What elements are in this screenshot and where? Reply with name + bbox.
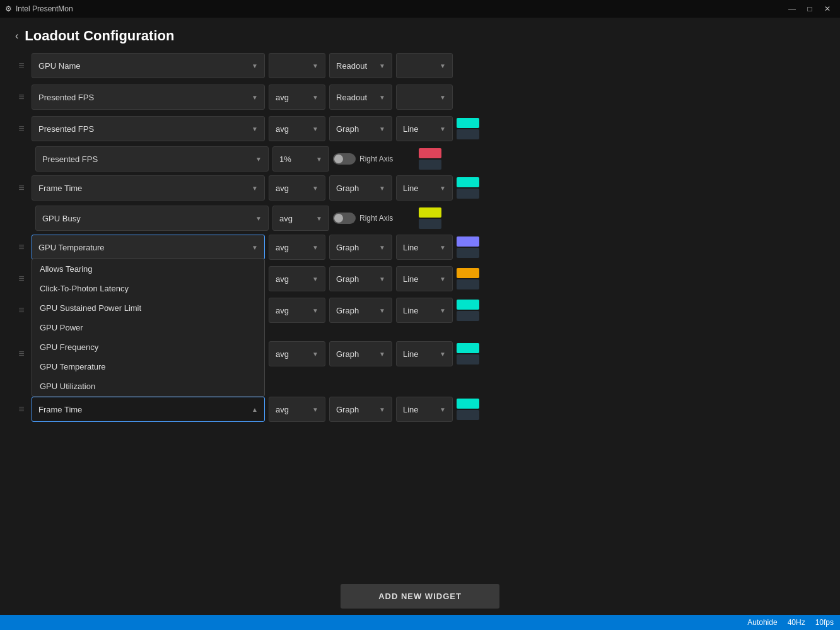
chevron-down-icon: ▼ [379, 276, 385, 283]
sub-metric-select-4[interactable]: GPU Busy ▼ [35, 206, 269, 231]
color-swatch-9-bottom[interactable] [457, 410, 479, 420]
style-select-8[interactable]: Line ▼ [396, 341, 453, 366]
add-widget-button[interactable]: ADD NEW WIDGET [341, 584, 499, 609]
close-button[interactable]: ✕ [820, 3, 835, 15]
right-axis-area-4: Right Axis [333, 213, 415, 224]
color-swatch-4-bottom[interactable] [457, 189, 479, 199]
stat-select-1[interactable]: ▼ [269, 53, 325, 78]
widget-group-3: ≡ Presented FPS ▼ avg ▼ Graph ▼ Line ▼ [15, 115, 825, 172]
chevron-up-icon: ▲ [252, 406, 258, 413]
type-select-7[interactable]: Graph ▼ [329, 298, 392, 323]
type-select-2[interactable]: Readout ▼ [329, 85, 392, 110]
add-widget-bar: ADD NEW WIDGET [15, 576, 825, 615]
dropdown-item-gpu-freq[interactable]: GPU Frequency [32, 337, 264, 357]
sub-metric-select-3[interactable]: Presented FPS ▼ [35, 146, 269, 172]
style-select-6[interactable]: Line ▼ [396, 266, 453, 291]
dropdown-item-gpu-power-limit[interactable]: GPU Sustained Power Limit [32, 298, 264, 318]
drag-handle-9[interactable]: ≡ [15, 404, 28, 415]
right-axis-area-3: Right Axis [333, 153, 415, 165]
right-axis-toggle-3[interactable] [333, 153, 356, 165]
drag-handle-2[interactable]: ≡ [15, 91, 28, 103]
stat-select-6[interactable]: avg ▼ [269, 266, 325, 291]
sub-color-swatch-3-bottom[interactable] [419, 160, 441, 170]
stat-select-5[interactable]: avg ▼ [269, 235, 325, 260]
chevron-down-icon: ▼ [379, 62, 385, 69]
chevron-down-icon: ▼ [312, 125, 318, 132]
minimize-button[interactable]: — [785, 3, 800, 15]
dropdown-item-gpu-util[interactable]: GPU Utilization [32, 376, 264, 396]
sub-stat-select-3[interactable]: 1% ▼ [272, 146, 329, 172]
type-select-4[interactable]: Graph ▼ [329, 175, 392, 201]
color-swatch-8-bottom[interactable] [457, 354, 479, 365]
sub-color-swatch-3-top[interactable] [419, 148, 441, 158]
style-select-3[interactable]: Line ▼ [396, 116, 453, 141]
chevron-down-icon: ▼ [252, 185, 258, 192]
color-swatch-6-top[interactable] [457, 268, 479, 278]
drag-handle-4[interactable]: ≡ [15, 182, 28, 194]
right-axis-toggle-4[interactable] [333, 213, 356, 224]
metric-input-9[interactable]: Frame Time ▲ [32, 397, 265, 422]
color-swatch-4-top[interactable] [457, 177, 479, 187]
color-swatch-6-bottom[interactable] [457, 279, 479, 289]
dropdown-item-allows-tearing[interactable]: Allows Tearing [32, 259, 264, 279]
color-swatch-7-top[interactable] [457, 300, 479, 310]
type-select-8[interactable]: Graph ▼ [329, 341, 392, 366]
dropdown-item-gpu-temp[interactable]: GPU Temperature [32, 357, 264, 376]
stat-select-3[interactable]: avg ▼ [269, 116, 325, 141]
stat-select-7[interactable]: avg ▼ [269, 298, 325, 323]
sub-color-swatch-4-top[interactable] [419, 207, 441, 218]
widget-row-4: ≡ Frame Time ▼ avg ▼ Graph ▼ Line ▼ [15, 174, 825, 202]
metric-select-4[interactable]: Frame Time ▼ [32, 175, 265, 201]
type-select-9[interactable]: Graph ▼ [329, 397, 392, 422]
color-swatch-8-top[interactable] [457, 343, 479, 353]
type-select-6[interactable]: Graph ▼ [329, 266, 392, 291]
color-pair-4 [457, 177, 479, 199]
metric-select-1[interactable]: GPU Name ▼ [32, 53, 265, 78]
chevron-down-icon: ▼ [440, 125, 446, 132]
color-pair-8 [457, 343, 479, 365]
back-button[interactable]: ‹ [15, 30, 18, 42]
drag-handle-5[interactable]: ≡ [15, 242, 28, 253]
dropdown-item-click-photon[interactable]: Click-To-Photon Latency [32, 279, 264, 298]
metric-select-3[interactable]: Presented FPS ▼ [32, 116, 265, 141]
color-swatch-3-bottom[interactable] [457, 129, 479, 139]
type-select-1[interactable]: Readout ▼ [329, 53, 392, 78]
color-swatch-9-top[interactable] [457, 399, 479, 409]
style-select-2[interactable]: ▼ [396, 85, 453, 110]
stat-select-2[interactable]: avg ▼ [269, 85, 325, 110]
right-axis-label-4: Right Axis [359, 214, 393, 223]
sub-color-swatch-4-bottom[interactable] [419, 219, 441, 229]
color-swatch-5-top[interactable] [457, 236, 479, 247]
dropdown-item-gpu-power[interactable]: GPU Power [32, 318, 264, 337]
color-pair-9 [457, 399, 479, 420]
drag-handle-7[interactable]: ≡ [15, 305, 28, 316]
chevron-down-icon: ▼ [379, 351, 385, 358]
app-title: ⚙ Intel PresentMon [5, 4, 73, 13]
metric-select-5[interactable]: GPU Temperature ▼ [32, 235, 265, 260]
color-swatch-3-top[interactable] [457, 118, 479, 128]
stat-select-4[interactable]: avg ▼ [269, 175, 325, 201]
type-select-5[interactable]: Graph ▼ [329, 235, 392, 260]
stat-select-9[interactable]: avg ▼ [269, 397, 325, 422]
drag-handle-6[interactable]: ≡ [15, 273, 28, 284]
stat-select-8[interactable]: avg ▼ [269, 341, 325, 366]
style-select-9[interactable]: Line ▼ [396, 397, 453, 422]
chevron-down-icon: ▼ [312, 62, 318, 69]
widget-group-4: ≡ Frame Time ▼ avg ▼ Graph ▼ Line ▼ [15, 174, 825, 231]
style-select-4[interactable]: Line ▼ [396, 175, 453, 201]
style-select-7[interactable]: Line ▼ [396, 298, 453, 323]
drag-handle-3[interactable]: ≡ [15, 123, 28, 134]
sub-stat-select-4[interactable]: avg ▼ [272, 206, 329, 231]
chevron-down-icon: ▼ [440, 276, 446, 283]
drag-handle-8[interactable]: ≡ [15, 348, 28, 359]
drag-handle-1[interactable]: ≡ [15, 60, 28, 71]
type-select-3[interactable]: Graph ▼ [329, 116, 392, 141]
color-swatch-5-bottom[interactable] [457, 248, 479, 258]
color-swatch-7-bottom[interactable] [457, 311, 479, 321]
maximize-button[interactable]: □ [802, 3, 817, 15]
style-select-5[interactable]: Line ▼ [396, 235, 453, 260]
metric-select-2[interactable]: Presented FPS ▼ [32, 85, 265, 110]
style-select-1[interactable]: ▼ [396, 53, 453, 78]
color-pair-5 [457, 236, 479, 258]
chevron-down-icon: ▼ [440, 406, 446, 413]
